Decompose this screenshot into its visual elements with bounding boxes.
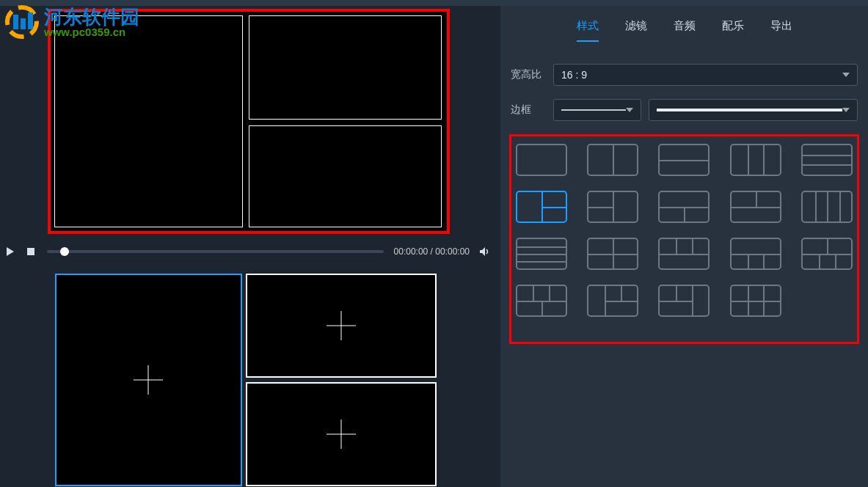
layout-top-big-3[interactable] [658, 238, 710, 270]
preview-box [48, 9, 450, 234]
chevron-down-icon [842, 73, 850, 77]
layout-1x3[interactable] [730, 144, 781, 176]
aspect-value: 16 : 9 [561, 69, 587, 81]
watermark: 河东软件园 www.pc0359.cn [0, 4, 139, 40]
chevron-down-icon [626, 108, 633, 112]
layout-top-big[interactable] [658, 191, 710, 223]
border-thickness-select[interactable] [553, 99, 641, 121]
border-row: 边框 [500, 99, 868, 121]
add-media-icon[interactable] [327, 420, 356, 449]
slot-cell-3[interactable] [246, 382, 437, 486]
layout-2x2[interactable] [587, 238, 638, 270]
tab-style[interactable]: 样式 [577, 19, 599, 42]
line-preview-thin [561, 109, 626, 111]
layout-left-tall[interactable] [587, 285, 638, 317]
svg-rect-1 [21, 18, 26, 29]
progress-thumb[interactable] [60, 247, 69, 256]
border-color-select[interactable] [649, 99, 858, 121]
layout-bottom-big-3[interactable] [730, 238, 781, 270]
layout-3x1[interactable] [801, 144, 853, 176]
svg-rect-3 [27, 248, 34, 255]
add-media-icon[interactable] [134, 365, 163, 395]
slot-cell-1[interactable] [55, 274, 242, 486]
layout-4x1[interactable] [516, 238, 567, 270]
play-icon[interactable] [4, 246, 16, 257]
tabs: 样式 滤镜 音频 配乐 导出 [500, 6, 868, 42]
playback-bar: 00:00:00 / 00:00:00 [0, 243, 500, 260]
layout-2x1[interactable] [658, 144, 710, 176]
layout-left-big[interactable] [516, 191, 567, 223]
layout-templates [509, 134, 859, 344]
stop-icon[interactable] [25, 246, 37, 257]
layout-1x2[interactable] [587, 144, 638, 176]
tab-audio[interactable]: 音频 [674, 19, 696, 42]
border-label: 边框 [511, 103, 544, 117]
watermark-title: 河东软件园 [44, 7, 139, 26]
layout-right-big[interactable] [587, 191, 638, 223]
aspect-row: 宽高比 16 : 9 [500, 64, 868, 86]
svg-rect-0 [13, 15, 18, 29]
tab-filter[interactable]: 滤镜 [625, 19, 647, 42]
layout-t-shape[interactable] [801, 238, 853, 270]
svg-rect-2 [28, 12, 33, 29]
aspect-select[interactable]: 16 : 9 [553, 64, 858, 86]
add-media-icon[interactable] [327, 311, 356, 340]
layout-2x3[interactable] [730, 285, 781, 317]
layout-right-tall[interactable] [658, 285, 710, 317]
tab-export[interactable]: 导出 [770, 19, 792, 42]
slot-editor [55, 274, 437, 486]
line-preview-thick [657, 109, 842, 111]
chevron-down-icon [842, 108, 850, 112]
progress-track[interactable] [47, 250, 384, 253]
layout-1x4[interactable] [801, 191, 853, 223]
preview-cell-3 [249, 125, 442, 227]
aspect-label: 宽高比 [511, 68, 544, 81]
tab-music[interactable]: 配乐 [722, 19, 744, 42]
watermark-logo-icon [0, 4, 44, 40]
layout-inv-t[interactable] [516, 285, 567, 317]
layout-1x1[interactable] [516, 144, 567, 176]
preview-cell-1 [54, 15, 243, 227]
watermark-url: www.pc0359.cn [44, 26, 139, 37]
time-label: 00:00:00 / 00:00:00 [394, 246, 470, 257]
layout-bottom-big[interactable] [730, 191, 781, 223]
slot-cell-2[interactable] [246, 274, 437, 378]
preview-cell-2 [249, 15, 442, 120]
volume-icon[interactable] [478, 246, 490, 257]
